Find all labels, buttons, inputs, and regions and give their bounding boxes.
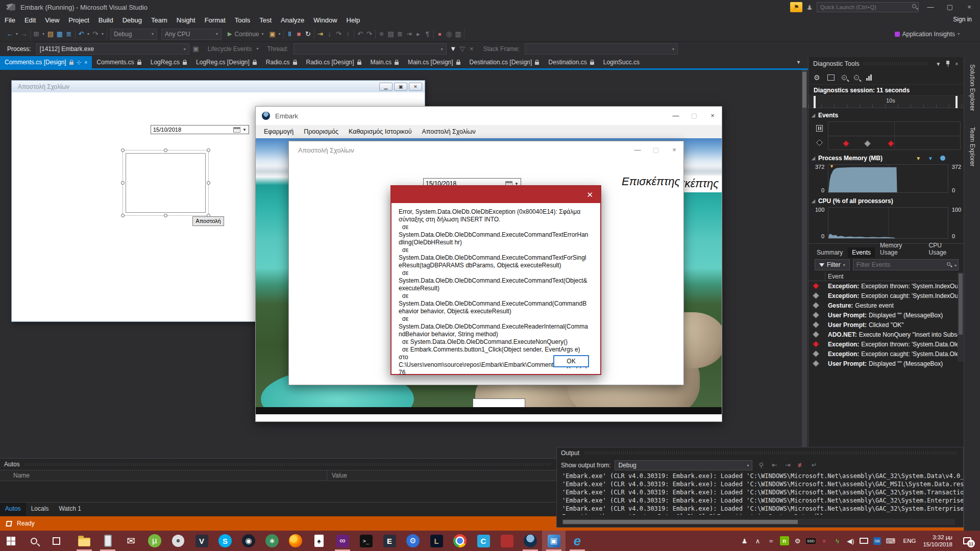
media-player-icon[interactable]: [166, 531, 190, 551]
menu-item[interactable]: Project: [64, 14, 93, 27]
zoom-in-icon[interactable]: +: [842, 75, 847, 80]
menu-item[interactable]: Team: [146, 14, 172, 27]
memory-icon[interactable]: [454, 28, 463, 41]
app-title-bar[interactable]: Embark — ▢ ×: [256, 107, 722, 125]
app-menu-item[interactable]: Καθαρισμός Ιστορικού: [344, 128, 417, 135]
output-console[interactable]: 'Embark.exe' (CLR v4.0.30319: Embark.exe…: [557, 472, 963, 515]
document-tab[interactable]: Destination.cs [Design] ⊹ ×: [465, 56, 544, 68]
side-panel-tab[interactable]: Team Explorer: [969, 120, 976, 176]
menu-item[interactable]: Format: [200, 14, 230, 27]
diagnostics-tab[interactable]: CPU Usage: [925, 240, 964, 258]
watch-panel-tab[interactable]: Watch 1: [54, 503, 86, 516]
minimize-button[interactable]: ▁: [379, 83, 393, 91]
utorrent-icon[interactable]: µ: [143, 531, 166, 551]
volume-icon[interactable]: ◀): [845, 533, 856, 548]
redo-icon[interactable]: [91, 28, 100, 41]
collapse-icon[interactable]: ◢: [812, 198, 815, 204]
document-tab[interactable]: Main.cs ⊹ ×: [366, 56, 403, 68]
menu-item[interactable]: Analyze: [276, 14, 309, 27]
task-view-icon[interactable]: [53, 537, 60, 545]
nav-back-icon[interactable]: [5, 28, 14, 41]
minimize-button[interactable]: —: [923, 2, 938, 13]
document-tab[interactable]: Radio.cs ⊹ ×: [261, 56, 302, 68]
minimize-button[interactable]: —: [628, 142, 647, 158]
pin-icon[interactable]: ⊹: [77, 59, 81, 66]
comments-title-bar[interactable]: Αποστολή Σχολίων — ▢ ×: [289, 141, 683, 159]
thread-select[interactable]: ▾: [293, 43, 447, 55]
close-button[interactable]: ×: [665, 142, 683, 158]
car-app-icon[interactable]: [495, 531, 519, 551]
event-row[interactable]: User Prompt: Displayed "" (MessageBox): [808, 359, 964, 368]
find-message-icon[interactable]: [756, 459, 766, 472]
quick-launch-input[interactable]: [817, 2, 919, 12]
diagnostics-tab[interactable]: Memory Usage: [876, 240, 924, 258]
feedback-flag-icon[interactable]: ⚑: [790, 2, 802, 12]
document-tab[interactable]: Comments.cs ⊹ ×: [92, 56, 145, 68]
platform-select[interactable]: Any CPU▾: [161, 29, 222, 40]
antivirus-icon[interactable]: ×: [819, 533, 830, 548]
dropdown-icon[interactable]: [41, 28, 46, 41]
watch-panel-tab[interactable]: Autos: [0, 503, 26, 516]
mail-icon[interactable]: ✉: [119, 531, 143, 551]
zoom-out-icon[interactable]: −: [854, 75, 859, 80]
menu-item[interactable]: Build: [94, 14, 118, 27]
separator[interactable]: [105, 28, 108, 41]
chevron-up-icon[interactable]: ∧: [752, 533, 764, 548]
menu-item[interactable]: Debug: [118, 14, 146, 27]
comments-textbox[interactable]: [126, 153, 206, 213]
stack-frame-select[interactable]: ▾: [525, 43, 678, 55]
tab-list-dropdown-icon[interactable]: ▼: [796, 56, 808, 68]
menu-item[interactable]: Edit: [20, 14, 40, 27]
resize-handle[interactable]: [164, 148, 167, 152]
designer-form-title-bar[interactable]: Αποστολή Σχολίων ▁ ▣ ✕: [12, 81, 425, 92]
event-row[interactable]: Exception: Exception caught: 'System.Dat…: [808, 349, 964, 359]
event-row[interactable]: Gesture: Gesture event: [808, 300, 964, 310]
find-icon[interactable]: [377, 28, 386, 41]
close-button[interactable]: ×: [703, 108, 722, 123]
edit-filter-icon[interactable]: [458, 42, 467, 56]
chart-icon[interactable]: [866, 74, 872, 81]
resize-handle[interactable]: [164, 214, 167, 217]
resize-handle[interactable]: [121, 148, 125, 152]
breakpoint-icon[interactable]: [435, 28, 445, 41]
filter-events-input[interactable]: [853, 259, 959, 270]
clear-all-icon[interactable]: [796, 459, 805, 472]
attach-process-icon[interactable]: [268, 28, 277, 41]
stop-icon[interactable]: [295, 28, 304, 41]
dropdown-icon[interactable]: [86, 28, 91, 41]
vmware-icon[interactable]: V: [190, 531, 213, 551]
people-icon[interactable]: ♟: [739, 533, 750, 548]
app-menu-item[interactable]: Εφαρμογή: [259, 128, 299, 135]
resize-handle[interactable]: [207, 148, 210, 152]
event-row[interactable]: ADO.NET: Execute NonQuery "Insert into S…: [808, 330, 964, 339]
terminal-icon[interactable]: >_: [354, 531, 378, 551]
timeline-event-marker[interactable]: [888, 140, 894, 147]
keyboard-icon[interactable]: ⌨: [885, 533, 896, 548]
steam-icon[interactable]: ◉: [237, 531, 260, 551]
event-row[interactable]: Exception: Exception thrown: 'System.Dat…: [808, 339, 964, 349]
resize-handle[interactable]: [121, 214, 125, 217]
undo-icon[interactable]: [77, 28, 86, 41]
menu-item[interactable]: Tools: [230, 14, 255, 27]
document-tab[interactable]: Main.cs [Design] ⊹ ×: [403, 56, 465, 68]
collapse-icon[interactable]: ◢: [812, 156, 815, 161]
razer-icon[interactable]: ϟ: [832, 533, 843, 548]
start-button[interactable]: [7, 537, 15, 545]
menu-item[interactable]: View: [40, 14, 64, 27]
file-explorer-icon[interactable]: [72, 531, 96, 551]
settings-app-icon[interactable]: ⚙: [401, 531, 425, 551]
dropdown-icon[interactable]: [255, 42, 260, 56]
resize-handle[interactable]: [207, 181, 210, 185]
sign-in-link[interactable]: Sign in: [953, 16, 980, 23]
filter-icon[interactable]: [449, 42, 458, 56]
event-row[interactable]: Exception: Exception caught: 'System.Ind…: [808, 291, 964, 300]
export-icon[interactable]: [827, 74, 835, 81]
document-tab[interactable]: Destination.cs ⊹ ×: [544, 56, 598, 68]
previous-message-icon[interactable]: [770, 459, 779, 472]
pin-icon[interactable]: [946, 61, 950, 67]
new-project-icon[interactable]: [32, 28, 41, 41]
document-tab[interactable]: LogReg.cs [Design] ⊹ ×: [191, 56, 261, 68]
menu-item[interactable]: Test: [255, 14, 276, 27]
collapse-icon[interactable]: ◢: [812, 113, 815, 118]
pause-icon[interactable]: [285, 28, 295, 41]
